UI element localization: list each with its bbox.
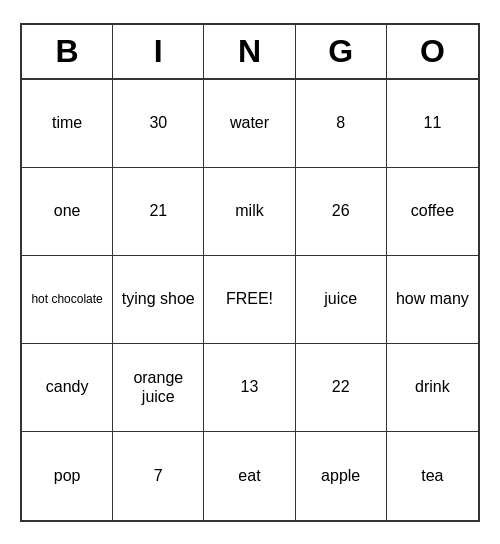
- bingo-cell: one: [22, 168, 113, 256]
- bingo-cell: juice: [296, 256, 387, 344]
- bingo-cell: 13: [204, 344, 295, 432]
- bingo-cell: 8: [296, 80, 387, 168]
- bingo-cell: candy: [22, 344, 113, 432]
- bingo-cell: milk: [204, 168, 295, 256]
- bingo-header: BINGO: [22, 25, 478, 80]
- bingo-cell: hot chocolate: [22, 256, 113, 344]
- bingo-cell: tea: [387, 432, 478, 520]
- bingo-cell: 26: [296, 168, 387, 256]
- bingo-cell: coffee: [387, 168, 478, 256]
- bingo-cell: 30: [113, 80, 204, 168]
- bingo-cell: 7: [113, 432, 204, 520]
- bingo-cell: 21: [113, 168, 204, 256]
- bingo-cell: drink: [387, 344, 478, 432]
- header-letter: B: [22, 25, 113, 78]
- bingo-grid: time30water811one21milk26coffeehot choco…: [22, 80, 478, 520]
- header-letter: I: [113, 25, 204, 78]
- bingo-cell: time: [22, 80, 113, 168]
- bingo-cell: apple: [296, 432, 387, 520]
- bingo-cell: 11: [387, 80, 478, 168]
- bingo-cell: tying shoe: [113, 256, 204, 344]
- bingo-cell: water: [204, 80, 295, 168]
- bingo-cell: FREE!: [204, 256, 295, 344]
- bingo-cell: how many: [387, 256, 478, 344]
- bingo-cell: pop: [22, 432, 113, 520]
- bingo-card: BINGO time30water811one21milk26coffeehot…: [20, 23, 480, 522]
- header-letter: G: [296, 25, 387, 78]
- header-letter: O: [387, 25, 478, 78]
- bingo-cell: eat: [204, 432, 295, 520]
- bingo-cell: 22: [296, 344, 387, 432]
- bingo-cell: orange juice: [113, 344, 204, 432]
- header-letter: N: [204, 25, 295, 78]
